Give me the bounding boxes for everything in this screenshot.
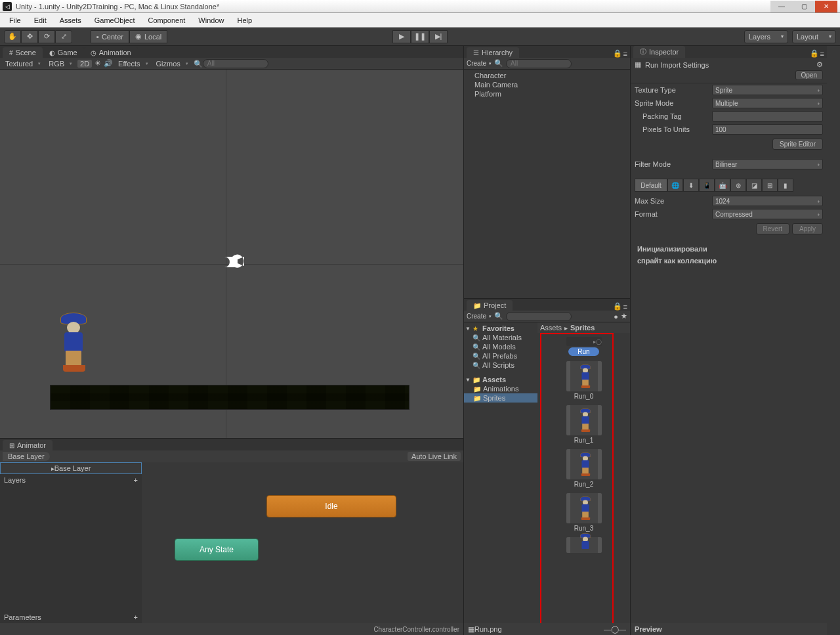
state-node-any[interactable]: Any State: [175, 538, 259, 561]
platform-sprite[interactable]: [50, 385, 410, 410]
asset-item-run-atlas[interactable]: ▸◯ Run: [566, 337, 602, 356]
window-minimize-button[interactable]: —: [770, 1, 793, 12]
gear-icon[interactable]: ⚙: [816, 60, 823, 69]
pivot-local-button[interactable]: ◉ Local: [129, 30, 167, 43]
rotate-tool-button[interactable]: ⟳: [38, 30, 55, 43]
panel-lock-icon[interactable]: 🔒: [613, 302, 622, 311]
tree-folder[interactable]: 📁Animations: [464, 384, 537, 393]
project-create-dropdown[interactable]: Create: [467, 313, 492, 320]
tree-search-item[interactable]: 🔍All Scripts: [464, 361, 537, 370]
project-search-input[interactable]: [506, 312, 572, 321]
breadcrumb-item[interactable]: Assets: [540, 324, 562, 332]
sprite-mode-dropdown[interactable]: Multiple: [712, 98, 823, 108]
auto-live-link-toggle[interactable]: Auto Live Link: [408, 452, 461, 461]
asset-item-sprite[interactable]: Run_1: [566, 405, 602, 444]
menu-assets[interactable]: Assets: [53, 15, 88, 26]
sprite-editor-button[interactable]: Sprite Editor: [772, 139, 823, 150]
shading-dropdown[interactable]: Textured: [3, 60, 43, 68]
filter-mode-dropdown[interactable]: Bilinear: [712, 159, 823, 169]
asset-item-sprite[interactable]: Run_2: [566, 449, 602, 488]
open-button[interactable]: Open: [795, 70, 823, 80]
layout-dropdown[interactable]: Layout: [792, 30, 836, 43]
tree-assets[interactable]: ▼📁Assets: [464, 375, 537, 384]
tree-search-item[interactable]: 🔍All Prefabs: [464, 351, 537, 361]
platform-standalone-icon[interactable]: ⬇: [683, 179, 699, 192]
add-parameter-button[interactable]: +: [134, 613, 138, 621]
platform-win-icon[interactable]: ⊞: [762, 179, 778, 192]
platform-web-icon[interactable]: 🌐: [667, 179, 683, 192]
pivot-center-button[interactable]: ▪ Center: [91, 30, 129, 43]
asset-item-sprite[interactable]: Run_0: [566, 361, 602, 400]
pause-button[interactable]: ❚❚: [411, 30, 429, 43]
tab-game[interactable]: ◐Game: [43, 47, 84, 58]
tab-scene[interactable]: #Scene: [3, 47, 43, 58]
platform-ios-icon[interactable]: 📱: [699, 179, 715, 192]
texture-type-dropdown[interactable]: Sprite: [712, 85, 823, 95]
tree-folder-sprites[interactable]: 📁Sprites: [464, 393, 537, 403]
platform-default[interactable]: Default: [635, 179, 667, 192]
play-button[interactable]: ▶: [392, 30, 411, 43]
tab-inspector[interactable]: ⓘInspector: [633, 46, 685, 58]
state-node-idle[interactable]: Idle: [266, 495, 396, 517]
tree-search-item[interactable]: 🔍All Materials: [464, 333, 537, 342]
filter-icon[interactable]: ●: [614, 313, 618, 320]
hierarchy-item[interactable]: Platform: [467, 89, 627, 99]
revert-button[interactable]: Revert: [756, 223, 789, 234]
menu-gameobject[interactable]: GameObject: [88, 15, 142, 26]
panel-menu-icon[interactable]: ≡: [623, 303, 627, 311]
menu-file[interactable]: File: [3, 15, 28, 26]
gizmos-dropdown[interactable]: Gizmos: [154, 60, 191, 68]
max-size-dropdown[interactable]: 1024: [712, 196, 823, 206]
platform-android-icon[interactable]: 🤖: [715, 179, 730, 192]
menu-window[interactable]: Window: [192, 15, 230, 26]
packing-tag-input[interactable]: [712, 111, 823, 121]
platform-store-icon[interactable]: ▮: [778, 179, 793, 192]
effects-dropdown[interactable]: Effects: [116, 60, 150, 68]
layer-base[interactable]: ▸ Base Layer: [0, 462, 142, 474]
apply-button[interactable]: Apply: [792, 223, 823, 234]
step-button[interactable]: ▶|: [429, 30, 448, 43]
audio-toggle-icon[interactable]: 🔊: [104, 59, 113, 68]
scene-viewport[interactable]: [0, 70, 463, 438]
menu-help[interactable]: Help: [230, 15, 259, 26]
tab-animation[interactable]: ◷Animation: [84, 47, 138, 58]
add-layer-button[interactable]: +: [134, 476, 138, 484]
platform-bb-icon[interactable]: ⊛: [730, 179, 746, 192]
panel-lock-icon[interactable]: 🔒: [613, 49, 622, 58]
panel-menu-icon[interactable]: ≡: [623, 50, 627, 58]
pixels-input[interactable]: 100: [712, 124, 823, 135]
breadcrumb-item[interactable]: Sprites: [570, 324, 595, 332]
tree-favorites[interactable]: ▼★Favorites: [464, 324, 537, 333]
layers-dropdown[interactable]: Layers: [744, 30, 788, 43]
window-maximize-button[interactable]: ▢: [793, 1, 815, 12]
menu-component[interactable]: Component: [141, 15, 192, 26]
format-dropdown[interactable]: Compressed: [712, 209, 823, 219]
filter-icon[interactable]: ★: [621, 312, 627, 320]
platform-wp-icon[interactable]: ◪: [746, 179, 762, 192]
character-sprite[interactable]: [56, 313, 98, 385]
hierarchy-item[interactable]: Character: [467, 71, 627, 80]
slider-thumb-icon[interactable]: —◯—: [604, 625, 626, 634]
camera-gizmo-icon[interactable]: [217, 250, 245, 273]
tab-animator[interactable]: ⊞Animator: [3, 440, 52, 450]
animator-graph[interactable]: Idle Any State: [142, 462, 463, 623]
panel-menu-icon[interactable]: ≡: [820, 50, 824, 58]
hierarchy-item[interactable]: Main Camera: [467, 80, 627, 89]
mode-toggle-2d[interactable]: 2D: [77, 60, 92, 68]
hierarchy-create-dropdown[interactable]: Create: [467, 60, 492, 67]
move-tool-button[interactable]: ✥: [21, 30, 38, 43]
tree-search-item[interactable]: 🔍All Models: [464, 342, 537, 351]
render-dropdown[interactable]: RGB: [46, 60, 75, 68]
tab-hierarchy[interactable]: ☰Hierarchy: [467, 47, 519, 58]
scene-search-input[interactable]: [203, 59, 268, 68]
hand-tool-button[interactable]: ✋: [4, 30, 21, 43]
panel-lock-icon[interactable]: 🔒: [810, 49, 819, 58]
asset-item-sprite[interactable]: [566, 537, 602, 553]
asset-item-sprite[interactable]: Run_3: [566, 493, 602, 532]
window-close-button[interactable]: ✕: [815, 1, 837, 12]
menu-edit[interactable]: Edit: [28, 15, 53, 26]
tab-project[interactable]: 📁Project: [467, 300, 513, 311]
preview-header[interactable]: Preview: [631, 623, 827, 635]
animator-breadcrumb[interactable]: Base Layer: [3, 452, 50, 461]
scale-tool-button[interactable]: ⤢: [55, 30, 72, 43]
